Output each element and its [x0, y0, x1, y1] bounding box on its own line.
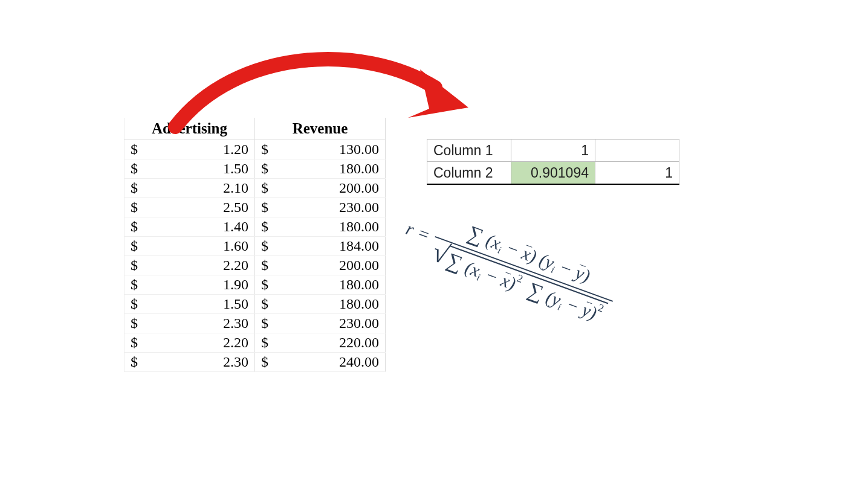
table-row: $1.50$180.00 — [125, 295, 386, 314]
table-row: $2.10$200.00 — [125, 179, 386, 198]
revenue-cell: $200.00 — [255, 179, 386, 198]
revenue-cell: $180.00 — [255, 295, 386, 314]
advertising-cell: $2.30 — [125, 353, 255, 372]
advertising-revenue-table: Advertising Revenue $1.20$130.00$1.50$18… — [124, 118, 386, 372]
formula-equals: = — [416, 222, 433, 245]
revenue-cell: $180.00 — [255, 217, 386, 237]
sigma-icon: ∑ — [444, 248, 466, 275]
revenue-cell: $240.00 — [255, 353, 386, 372]
table-row: $2.30$230.00 — [125, 314, 386, 333]
corr-r1c2 — [595, 140, 679, 162]
pearson-correlation-formula: r = ∑ (xi − x) (yi − y) √ ∑ (xi − x)2 ∑ … — [397, 199, 713, 363]
table-row: $2.50$230.00 — [125, 198, 386, 217]
table-row: $2.20$200.00 — [125, 256, 386, 275]
table-row: $1.90$180.00 — [125, 275, 386, 295]
arrow-shaft — [175, 59, 435, 127]
advertising-cell: $2.20 — [125, 333, 255, 353]
table-row: $1.40$180.00 — [125, 217, 386, 237]
advertising-cell: $2.30 — [125, 314, 255, 333]
formula-fraction: ∑ (xi − x) (yi − y) √ ∑ (xi − x)2 ∑ (yi … — [424, 210, 623, 330]
table-row: $1.50$180.00 — [125, 159, 386, 179]
advertising-cell: $2.50 — [125, 198, 255, 217]
table-row: $2.30$240.00 — [125, 353, 386, 372]
table-row: $1.60$184.00 — [125, 237, 386, 256]
advertising-cell: $1.40 — [125, 217, 255, 237]
formula-lhs: r — [403, 218, 417, 240]
revenue-cell: $180.00 — [255, 275, 386, 295]
revenue-cell: $220.00 — [255, 333, 386, 353]
revenue-cell: $200.00 — [255, 256, 386, 275]
revenue-cell: $230.00 — [255, 314, 386, 333]
sigma-icon: ∑ — [525, 278, 547, 304]
advertising-cell: $1.50 — [125, 159, 255, 179]
advertising-cell: $2.10 — [125, 179, 255, 198]
advertising-cell: $2.20 — [125, 256, 255, 275]
revenue-cell: $184.00 — [255, 237, 386, 256]
advertising-cell: $1.60 — [125, 237, 255, 256]
corr-coefficient-highlight: 0.901094 — [511, 162, 595, 185]
corr-r2c2: 1 — [595, 162, 679, 185]
corr-row2-label: Column 2 — [427, 162, 511, 185]
correlation-matrix-table: Column 1 1 Column 2 0.901094 1 — [427, 139, 679, 185]
corr-r1c1: 1 — [511, 140, 595, 162]
advertising-cell: $1.90 — [125, 275, 255, 295]
table-row: Column 2 0.901094 1 — [427, 162, 679, 185]
revenue-cell: $180.00 — [255, 159, 386, 179]
advertising-cell: $1.50 — [125, 295, 255, 314]
revenue-cell: $230.00 — [255, 198, 386, 217]
red-arrow-annotation — [163, 36, 478, 145]
sigma-icon: ∑ — [465, 221, 487, 248]
table-row: $2.20$220.00 — [125, 333, 386, 353]
